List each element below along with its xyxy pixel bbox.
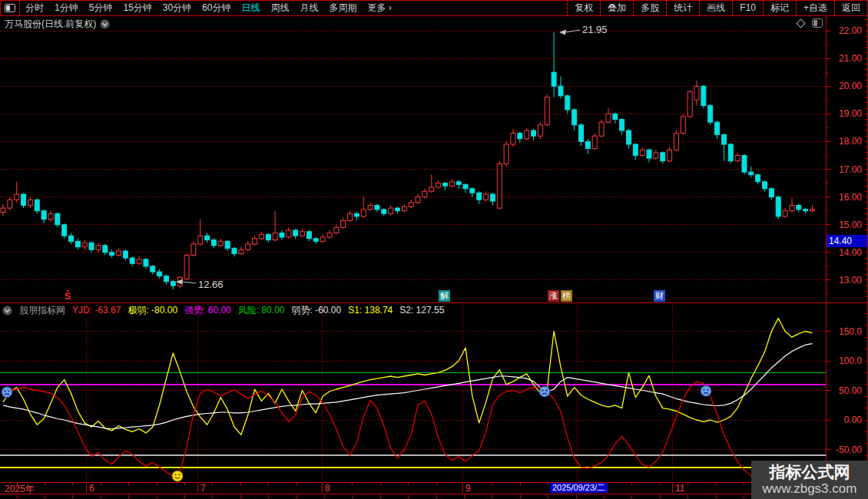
date-label-0: 2025年 [5,483,35,496]
tools-menu: 复权叠加多股统计画线F10标记+自选返回 [567,1,867,15]
stock-title[interactable]: 万马股份(日线.前复权) [5,18,96,31]
period-menu: 分时1分钟5分钟15分钟30分钟60分钟日线周线月线多周期更多 › [20,1,397,15]
menu-item-1[interactable]: 1分钟 [49,1,84,15]
tool-menu-item-6[interactable]: 标记 [763,1,796,15]
indicator-tick-0.00: 0.00 [823,415,862,425]
sad-face-icon [539,386,550,397]
top-menu-bar: 分时1分钟5分钟15分钟30分钟60分钟日线周线月线多周期更多 › 复权叠加多股… [0,0,868,16]
date-axis-bottom-line [0,494,868,494]
date-label-4: 9 [465,483,471,494]
indicator-name-label: 股朋指标网 [19,304,65,317]
indicator-tick-100.0: 100.0 [823,355,862,366]
candlestick-series [1,32,815,289]
menu-item-9[interactable]: 多周期 [323,1,362,15]
tool-menu-item-2[interactable]: 多股 [633,1,666,15]
tool-menu-item-3[interactable]: 统计 [666,1,699,15]
sad-face-icon [2,387,12,398]
chart-corner-icons [796,18,823,28]
current-price-marker: 14.40 [827,235,867,247]
price-tick-19.00: 19.00 [823,108,862,119]
indicator-value-4: 风险: 80.00 [238,304,285,317]
indicator-value-3: 强势: 60.00 [184,304,231,317]
indicator-tick-150.0: 150.0 [823,326,862,337]
price-tick-15.00: 15.00 [823,220,862,230]
indicator-value-5: 弱势: -60.00 [291,304,341,317]
split-window-icon [5,4,15,12]
indicator-value-6: S1: 138.74 [348,305,393,316]
diamond-tool-icon[interactable] [796,18,806,28]
price-tick-21.00: 21.00 [823,53,862,64]
low-price-annotation: 12.66 [198,279,224,290]
split-screen-icon[interactable] [812,18,823,28]
tool-menu-item-8[interactable]: 返回 [834,1,867,15]
indicator-tick-50.00: 50.00 [823,385,862,396]
event-badge-涨[interactable]: 涨 [548,290,559,302]
menu-item-2[interactable]: 5分钟 [84,1,118,15]
price-tick-14.00: 14.00 [823,247,862,258]
tool-menu-item-0[interactable]: 复权 [567,1,600,15]
tool-menu-item-4[interactable]: 画线 [699,1,732,15]
date-label-1: 6 [89,483,94,494]
signal-s-marker: Ŝ [65,291,71,302]
menu-item-8[interactable]: 月线 [294,1,323,15]
axis-ticks [17,20,868,498]
price-tick-17.00: 17.00 [823,164,862,175]
watermark-site-url: www.zbgs3.com [763,481,857,497]
watermark-site-name: 指标公式网 [770,463,850,481]
title-dropdown-icon[interactable] [100,19,110,29]
event-badge-财[interactable]: 财 [654,290,665,302]
price-tick-18.00: 18.00 [823,136,862,147]
high-price-annotation: 21.95 [582,24,608,35]
menu-item-6[interactable]: 日线 [236,1,265,15]
event-badge-解[interactable]: 解 [439,290,450,302]
chart-title-row: 万马股份(日线.前复权) [5,18,110,31]
menu-item-10[interactable]: 更多 › [362,1,396,15]
indicator-header: 股朋指标网YJD: -63.67极弱: -80.00强势: 60.00风险: 8… [2,305,444,316]
date-label-3: 8 [325,483,330,494]
price-tick-13.00: 13.00 [823,275,862,286]
price-tick-20.00: 20.00 [823,81,862,91]
indicator-value-7: S2: 127.55 [399,305,444,316]
indicator-value-2: 极弱: -80.00 [128,304,177,317]
date-label-6: 11 [675,483,684,494]
tool-menu-item-7[interactable]: +自选 [796,1,834,15]
date-label-2: 7 [200,483,206,494]
sad-face-icon [701,385,711,396]
series-yellow [3,319,813,435]
tool-menu-item-1[interactable]: 叠加 [600,1,633,15]
menu-item-5[interactable]: 60分钟 [197,1,236,15]
menu-item-3[interactable]: 15分钟 [118,1,157,15]
stock-app-window: 分时1分钟5分钟15分钟30分钟60分钟日线周线月线多周期更多 › 复权叠加多股… [0,0,868,499]
indicator-value-1: YJD: -63.67 [72,305,121,316]
menu-item-0[interactable]: 分时 [20,1,49,15]
layout-toggle-icon[interactable] [1,1,20,15]
happy-face-icon [172,471,183,481]
tool-menu-item-5[interactable]: F10 [732,1,763,15]
watermark-box: 指标公式网 www.zbgs3.com [751,461,868,499]
series-red [3,382,813,479]
indicator-collapse-icon[interactable] [2,306,12,316]
main-gridlines [0,31,826,280]
chart-canvas [0,0,868,499]
indicator-tick--50.00: -50.00 [823,444,862,455]
price-tick-16.00: 16.00 [823,192,862,203]
date-axis[interactable]: 2025年67892025/09/23/二11 [0,482,826,494]
selected-date-label: 2025/09/23/二 [550,483,608,493]
menu-item-7[interactable]: 周线 [265,1,294,15]
annotation-arrows [176,30,580,285]
menu-item-4[interactable]: 30分钟 [157,1,197,15]
event-badge-榜[interactable]: 榜 [561,290,572,302]
price-tick-22.00: 22.00 [823,25,862,36]
